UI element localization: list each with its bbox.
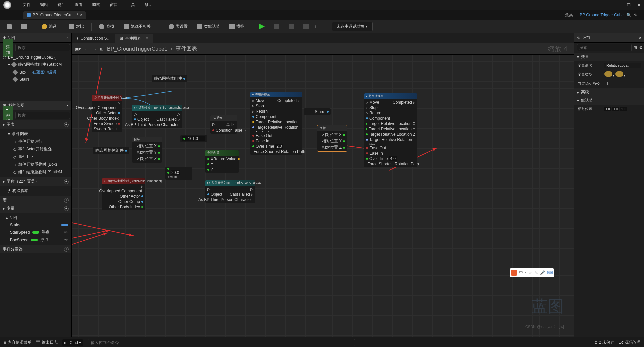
eject-button[interactable] bbox=[300, 23, 312, 31]
event-actoroverlap[interactable]: ◇ 事件Actor开始重叠 bbox=[0, 145, 71, 153]
tree-root[interactable]: ⬡BP_GroundTriggerCube1 ( bbox=[0, 54, 71, 61]
macros-section[interactable]: 宏+ bbox=[0, 196, 71, 204]
document-tab[interactable]: BP_GroundTriggerCu... * × bbox=[23, 11, 86, 19]
menu-view[interactable]: 查看 bbox=[70, 2, 87, 8]
visibility-icon[interactable]: 👁 bbox=[64, 230, 68, 235]
tab-construction[interactable]: ƒConstruction S... bbox=[72, 34, 115, 43]
compile-button[interactable]: 编译⁝ bbox=[38, 22, 63, 31]
node-move-component-1[interactable]: ▸ 将组件移至 ▷ MoveCompleted ▷ ▷ Stop ▷ Retur… bbox=[250, 92, 302, 155]
panel-close[interactable]: × bbox=[66, 36, 69, 40]
breadcrumb-leaf[interactable]: 事件图表 bbox=[176, 45, 197, 52]
browse-button[interactable] bbox=[18, 23, 30, 31]
details-default[interactable]: ▾默认值 bbox=[574, 96, 644, 105]
history-icon[interactable]: ▣▾ bbox=[75, 47, 81, 51]
hide-unrelated-button[interactable]: 隐藏不相关⁝ bbox=[120, 22, 157, 31]
node-add[interactable]: 20.0 添加引脚 bbox=[165, 167, 192, 180]
node-static-mesh-var-2[interactable]: 静态网格体组件 bbox=[93, 147, 129, 154]
class-defaults-button[interactable]: 类默认值 bbox=[194, 22, 223, 31]
node-graph[interactable]: ◇ 组件开始重叠时 (Box) ▷ Overlapped Component O… bbox=[72, 55, 574, 337]
menu-help[interactable]: 帮助 bbox=[140, 2, 157, 8]
nav-forward[interactable]: → bbox=[93, 47, 97, 51]
node-make-vector[interactable]: 创建向量 XReturn Value Y Z bbox=[205, 150, 239, 173]
add-graph[interactable]: + bbox=[64, 122, 69, 127]
add-macro[interactable]: + bbox=[64, 198, 69, 203]
node-static-mesh-var[interactable]: 静态网格体组件 bbox=[152, 75, 187, 82]
tab-close[interactable]: × bbox=[80, 13, 82, 17]
event-boxbegin[interactable]: ◇ 组件开始重叠时 (Box) bbox=[0, 161, 71, 168]
graphs-section[interactable]: ▾图表+ bbox=[0, 120, 71, 129]
debug-target-dropdown[interactable]: 未选中调试对象 ▾ bbox=[332, 22, 373, 31]
event-tick[interactable]: ◇ 事件Tick bbox=[0, 153, 71, 161]
add-variable[interactable]: + bbox=[64, 206, 69, 211]
node-float[interactable]: -101.0 bbox=[180, 135, 207, 142]
panel-close[interactable]: × bbox=[66, 103, 69, 108]
source-control[interactable]: ⎇ 源码管理 bbox=[619, 340, 641, 345]
details-advanced[interactable]: ▸高级 bbox=[574, 88, 644, 96]
dispatchers-section[interactable]: 事件分发器+ bbox=[0, 245, 71, 253]
menu-tools[interactable]: 工具 bbox=[122, 2, 140, 8]
node-mesh-end-overlap[interactable]: ◇ 组件结束重叠时 (StaticMeshComponent) ▷ Overla… bbox=[102, 178, 145, 210]
node-branch[interactable]: ⌥ 分支 ▷真 ▷ ConditionFalse▷ bbox=[210, 115, 237, 134]
variables-section[interactable]: ▾变量+ bbox=[0, 204, 71, 213]
window-minimize[interactable]: — bbox=[616, 3, 620, 7]
var-name-field[interactable]: RelativeLocat bbox=[604, 63, 641, 68]
settings-icon[interactable]: ⚙ bbox=[639, 45, 643, 50]
content-drawer[interactable]: ⊟ 内容侧滑菜单 bbox=[3, 340, 32, 345]
add-dispatcher[interactable]: + bbox=[64, 247, 69, 252]
ime-edit-icon[interactable]: ✎ bbox=[534, 270, 538, 275]
tree-static-mesh[interactable]: ▾静态网格体组件 (StaticM bbox=[0, 61, 71, 68]
add-function[interactable]: + bbox=[64, 179, 69, 184]
components-search[interactable] bbox=[15, 44, 70, 51]
tab-eventgraph[interactable]: ⊞事件图表× bbox=[115, 34, 153, 43]
save-button[interactable] bbox=[3, 23, 15, 31]
simulate-button[interactable]: 模拟 bbox=[226, 22, 248, 31]
details-search[interactable] bbox=[577, 44, 632, 51]
window-maximize[interactable]: ❐ bbox=[627, 3, 631, 7]
ime-emoji-icon[interactable]: ☺ bbox=[528, 270, 532, 275]
node-cast-1[interactable]: ▸▸ 类型转换为 BP_ThirdPersonCharacter ▷▷ Obje… bbox=[132, 105, 182, 128]
stop-button[interactable] bbox=[285, 23, 297, 31]
ime-lang[interactable]: 中 bbox=[519, 270, 523, 276]
tree-box[interactable]: Box 在蓝图中编辑 bbox=[0, 68, 71, 76]
tab-close[interactable]: × bbox=[146, 36, 148, 41]
edit-icon[interactable]: ✎ bbox=[634, 13, 637, 17]
panel-close[interactable]: × bbox=[639, 36, 641, 40]
ime-toolbar[interactable]: 中 • ☺ ✎ 🎤 ⌨ bbox=[510, 268, 554, 277]
edit-in-bp-link[interactable]: 在蓝图中编辑 bbox=[32, 69, 56, 75]
search-icon[interactable]: 🔍 bbox=[626, 13, 631, 17]
node-cast-2[interactable]: ▸▸ 类型转换为 BP_ThirdPersonCharacter ▷▷ Obje… bbox=[205, 180, 255, 203]
var-stairspeed[interactable]: StairSpeed浮点👁 bbox=[0, 228, 71, 236]
console-input[interactable] bbox=[88, 339, 355, 346]
event-beginplay[interactable]: ◇ 事件开始运行 bbox=[0, 138, 71, 145]
vars-components[interactable]: ▸ 组件 bbox=[0, 214, 71, 222]
node-stairs-var[interactable]: Stairs bbox=[304, 108, 331, 115]
diff-button[interactable]: 对比 bbox=[66, 22, 87, 31]
nav-back[interactable]: ← bbox=[84, 47, 88, 51]
construction-script[interactable]: ƒ 构造脚本 bbox=[0, 187, 71, 195]
var-boxspeed[interactable]: BoxSpeed浮点👁 bbox=[0, 236, 71, 244]
tree-stairs[interactable]: Stairs bbox=[0, 76, 71, 83]
event-meshend[interactable]: ◇ 组件结束重叠时 (StaticM bbox=[0, 168, 71, 176]
output-log[interactable]: ▤ 输出日志 bbox=[36, 340, 57, 345]
node-move-component-2[interactable]: ▸ 将组件移至 ▷ MoveCompleted ▷ ▷ Stop ▷ Retur… bbox=[364, 93, 417, 167]
ime-keyboard-icon[interactable]: ⌨ bbox=[547, 270, 553, 275]
cmd-label[interactable]: ▸_ Cmd ▾ bbox=[62, 339, 83, 346]
node-target-2[interactable]: 目标 相对位置 X 相对位置 Y 相对位置 Z bbox=[317, 125, 347, 152]
menu-window[interactable]: 窗口 bbox=[105, 2, 122, 8]
event-graph-item[interactable]: ▾事件图表 bbox=[0, 130, 71, 138]
menu-edit[interactable]: 编辑 bbox=[35, 2, 53, 8]
parent-class-link[interactable]: BP Ground Trigger Cube bbox=[580, 13, 624, 17]
play-button[interactable] bbox=[256, 23, 268, 31]
details-var-section[interactable]: ▾变量 bbox=[574, 53, 644, 61]
menu-asset[interactable]: 资产 bbox=[53, 2, 70, 8]
var-type-dropdown[interactable]: ▾ ▾ bbox=[604, 71, 625, 78]
node-box-begin-overlap[interactable]: ◇ 组件开始重叠时 (Box) ▷ Overlapped Component O… bbox=[92, 95, 122, 132]
var-stairs[interactable]: Stairs bbox=[0, 222, 71, 228]
find-button[interactable]: 查找 bbox=[96, 22, 118, 31]
functions-section[interactable]: ▾函数（22可覆盖）+ bbox=[0, 177, 71, 186]
menu-file[interactable]: 文件 bbox=[18, 2, 35, 8]
grid-icon[interactable]: ⊞ bbox=[634, 45, 637, 50]
window-close[interactable]: ✕ bbox=[637, 3, 641, 7]
checkbox[interactable]: ☐ bbox=[604, 81, 608, 86]
blueprint-search[interactable] bbox=[15, 112, 70, 119]
